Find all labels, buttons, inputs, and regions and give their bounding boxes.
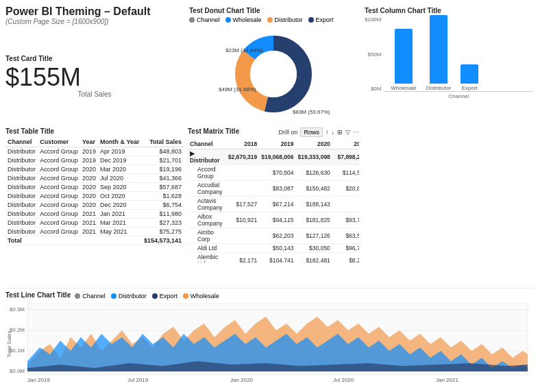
table-cell-0-4: $48,803 [142,147,184,156]
matrix-val-0-1: $19,068,006 [259,149,295,165]
table-cell-3-2: 2020 [80,174,98,183]
table-cell-9-1: Accord Group [38,228,80,236]
bar-wholesale: Wholesale [391,29,416,91]
drill-on-label: Drill on [278,129,297,136]
donut-svg: $23M (14.64%) $49M (31.68%) $83M (53.67%… [212,26,335,122]
table-cell-2-3: Mar 2020 [98,165,142,174]
col-sales: Total Sales [142,137,184,147]
svg-text:$83M (53.67%): $83M (53.67%) [293,109,330,115]
table-cell-6-2: 2020 [80,201,98,210]
matrix-val-4-1: $94,115 [259,212,295,228]
table-cell-9-2: 2021 [80,228,98,236]
arrow-up-icon[interactable]: ↑ [326,129,329,136]
page-title: Power BI Theming – Default [5,5,184,18]
distributor-dot [267,17,273,23]
svg-text:$23M (14.64%): $23M (14.64%) [225,47,263,53]
table-cell-1-4: $21,701 [142,156,184,165]
matrix-val-4-3: $93,746 [332,212,359,228]
y-label-50m: $50M [365,51,381,58]
line-legend: Channel Distributor Export Wholesale [75,293,219,299]
col-year: Year [80,137,98,147]
card-value: $155M [5,64,184,91]
bars-container: Wholesale Distributor Export [384,16,533,92]
matrix-val-7-2: $182,481 [296,253,332,263]
total-label: Total [5,236,142,245]
more-icon[interactable]: ⋯ [353,129,359,136]
expand-icon[interactable]: ⊞ [337,129,343,136]
table-cell-0-1: Accord Group [38,147,80,156]
table-row: DistributorAccord Group2020Dec 2020$6,75… [5,201,184,210]
matrix-section: Test Matrix Title Drill on Rows ↑ ↓ ⊞ ▽ … [188,127,359,284]
table-wrapper[interactable]: Channel Customer Year Month & Year Total… [5,137,184,245]
matrix-col-channel: Channel [188,139,226,149]
bar-distributor-label: Distributor [426,85,451,91]
matrix-label-5: Aimbо Corp [188,228,226,244]
matrix-val-1-2: $126,630 [296,165,332,181]
table-cell-1-3: Dec 2019 [98,156,142,165]
matrix-val-7-0: $2,171 [226,253,260,263]
matrix-col-2021: 2021 [332,139,359,149]
legend-item-channel: Channel [189,16,220,23]
matrix-val-1-0 [226,165,260,181]
table-cell-4-1: Accord Group [38,183,80,192]
legend-distributor-label: Distributor [275,16,303,23]
filter-icon[interactable]: ▽ [345,129,350,136]
svg-text:Jul 2020: Jul 2020 [333,377,354,383]
bar-wholesale-label: Wholesale [391,85,416,91]
column-chart-title: Test Column Chart Title [365,7,533,14]
table-cell-5-3: Oct 2020 [98,192,142,201]
legend-export-label: Export [316,16,334,23]
matrix-wrapper[interactable]: Channel 2018 2019 2020 2021 Total ▶ Dist… [188,139,359,262]
col-customer: Customer [38,137,80,147]
matrix-label-0: ▶ Distributor [188,149,226,165]
svg-text:Jan 2021: Jan 2021 [436,377,458,383]
table-cell-3-1: Accord Group [38,174,80,183]
line-chart-svg: $0.3M $0.2M $0.1M $0.0M Total Sales Jan … [5,303,533,385]
matrix-header: Test Matrix Title Drill on Rows ↑ ↓ ⊞ ▽ … [188,127,359,137]
matrix-val-2-0 [226,181,260,197]
donut-visual: $23M (14.64%) $49M (31.68%) $83M (53.67%… [189,26,358,122]
svg-text:Total Sales: Total Sales [6,330,12,357]
line-chart-header: Test Line Chart Title Channel Distributo… [5,291,535,301]
legend-item-distributor: Distributor [267,16,303,23]
column-chart-section: Test Column Chart Title $100M $50M $0M W… [363,5,535,123]
table-cell-9-0: Distributor [5,228,38,236]
svg-point-3 [250,51,297,97]
matrix-val-4-2: $181,825 [296,212,332,228]
matrix-val-1-3: $114,577 [332,165,359,181]
matrix-label-3: Actavis Company [188,197,226,212]
line-channel-dot [75,293,80,299]
table-cell-9-3: May 2021 [98,228,142,236]
line-distributor-label: Distributor [119,293,147,299]
matrix-val-0-0: $2,670,319 [226,149,260,165]
table-section: Test Table Title Channel Customer Year M… [5,127,184,284]
line-export-dot [152,293,158,299]
table-cell-8-0: Distributor [5,219,38,228]
bar-export-rect [461,64,478,84]
card-label: Total Sales [5,90,184,98]
matrix-table: Channel 2018 2019 2020 2021 Total ▶ Dist… [188,139,359,262]
matrix-val-3-2: $188,143 [296,197,332,212]
matrix-val-5-3: $63,556 [332,228,359,244]
table-cell-6-1: Accord Group [38,201,80,210]
table-row: DistributorAccord Group2021May 2021$75,2… [5,228,184,236]
table-cell-3-4: $41,366 [142,174,184,183]
table-row: DistributorAccord Group2020Jul 2020$41,3… [5,174,184,183]
col-month: Month & Year [98,137,142,147]
matrix-val-2-3: $20,837 [332,181,359,197]
matrix-col-2020: 2020 [296,139,332,149]
matrix-val-4-0: $10,921 [226,212,260,228]
table-row: DistributorAccord Group2020Mar 2020$19,1… [5,165,184,174]
y-label-0m: $0M [365,86,381,92]
table-cell-0-3: Apr 2019 [98,147,142,156]
col-channel: Channel [5,137,38,147]
matrix-val-5-1: $62,203 [259,228,295,244]
drill-rows-button[interactable]: Rows [300,127,323,137]
arrow-down-icon[interactable]: ↓ [332,129,335,136]
line-legend-distributor: Distributor [111,293,147,299]
table-row: DistributorAccord Group2021Mar 2021$27,3… [5,219,184,228]
table-cell-9-4: $75,275 [142,228,184,236]
matrix-val-0-3: $7,898,268 [332,149,359,165]
dashboard-header: Power BI Theming – Default (Custom Page … [5,5,184,48]
table-cell-2-0: Distributor [5,165,38,174]
